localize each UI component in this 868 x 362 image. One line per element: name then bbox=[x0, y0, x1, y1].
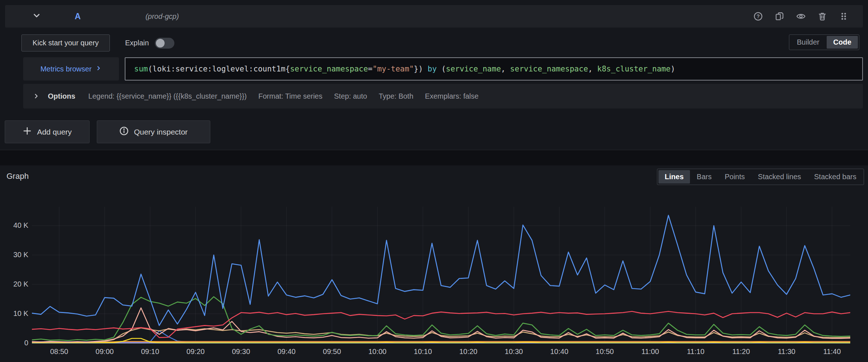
query-row-header[interactable]: A (prod-gcp) ? bbox=[5, 5, 863, 28]
series-tan bbox=[32, 328, 850, 342]
editor-mode-builder[interactable]: Builder bbox=[790, 36, 826, 49]
graph-mode-stacked-lines[interactable]: Stacked lines bbox=[752, 170, 807, 184]
x-tick-label: 09:00 bbox=[96, 347, 114, 356]
svg-text:?: ? bbox=[757, 13, 760, 19]
options-label: Options bbox=[48, 92, 75, 100]
option-summary-item: Legend: {{service_name}} ({{k8s_cluster_… bbox=[88, 92, 247, 100]
options-summary: Legend: {{service_name}} ({{k8s_cluster_… bbox=[88, 92, 479, 100]
graph-mode-stacked-bars[interactable]: Stacked bars bbox=[808, 170, 863, 184]
timeseries-svg[interactable] bbox=[32, 207, 850, 345]
option-summary-item: Step: auto bbox=[334, 92, 367, 100]
query-inspector-label: Query inspector bbox=[134, 128, 187, 136]
y-tick-label: 10 K bbox=[0, 309, 28, 318]
x-axis-labels: 08:5009:0009:1009:2009:3009:4009:5010:00… bbox=[32, 347, 850, 361]
x-tick-label: 10:40 bbox=[550, 347, 568, 356]
collapse-query-button[interactable] bbox=[32, 12, 41, 21]
x-tick-label: 09:50 bbox=[323, 347, 341, 356]
drag-handle-icon[interactable] bbox=[839, 12, 848, 21]
graph-mode-group: LinesBarsPointsStacked linesStacked bars bbox=[657, 169, 864, 185]
metrics-browser-button[interactable]: Metrics browser bbox=[23, 57, 119, 81]
explain-toggle[interactable] bbox=[155, 38, 174, 49]
query-expression: sum(loki:service:loglevel:count1m{servic… bbox=[134, 65, 675, 73]
editor-mode-group: BuilderCode bbox=[789, 34, 859, 50]
eye-icon[interactable] bbox=[796, 12, 806, 21]
plus-icon bbox=[22, 126, 32, 137]
x-tick-label: 10:20 bbox=[459, 347, 478, 356]
series-blue bbox=[32, 215, 850, 326]
panel-title: Graph bbox=[7, 172, 29, 181]
graph-panel: Graph LinesBarsPointsStacked linesStacke… bbox=[0, 165, 868, 362]
kick-start-query-button[interactable]: Kick start your query bbox=[21, 34, 110, 52]
option-summary-item: Format: Time series bbox=[259, 92, 323, 100]
graph-mode-points[interactable]: Points bbox=[719, 170, 751, 184]
chevron-right-icon bbox=[33, 92, 40, 100]
query-ref-id[interactable]: A bbox=[75, 12, 81, 21]
query-inspector-button[interactable]: Query inspector bbox=[97, 120, 210, 143]
section-divider bbox=[0, 150, 868, 150]
y-tick-label: 40 K bbox=[0, 221, 28, 230]
x-tick-label: 09:30 bbox=[232, 347, 250, 356]
timeseries-chart[interactable]: 010 K20 K30 K40 K 08:5009:0009:1009:2009… bbox=[0, 207, 868, 362]
x-tick-label: 10:00 bbox=[368, 347, 387, 356]
explain-label: Explain bbox=[125, 39, 149, 47]
explain-control: Explain bbox=[125, 34, 174, 52]
chevron-down-icon bbox=[32, 11, 41, 22]
y-tick-label: 20 K bbox=[0, 280, 28, 288]
grafana-query-editor: A (prod-gcp) ? Kick start your query Exp… bbox=[0, 0, 868, 362]
option-summary-item: Exemplars: false bbox=[425, 92, 479, 100]
x-tick-label: 08:50 bbox=[50, 347, 68, 356]
query-header-actions: ? bbox=[753, 12, 848, 21]
copy-icon[interactable] bbox=[775, 12, 784, 21]
editor-mode-code[interactable]: Code bbox=[827, 36, 858, 49]
graph-mode-bars[interactable]: Bars bbox=[691, 170, 718, 184]
y-tick-label: 30 K bbox=[0, 251, 28, 259]
x-tick-label: 11:20 bbox=[732, 347, 750, 356]
add-query-label: Add query bbox=[37, 128, 72, 136]
option-summary-item: Type: Both bbox=[379, 92, 413, 100]
x-tick-label: 11:10 bbox=[687, 347, 704, 356]
x-tick-label: 10:10 bbox=[414, 347, 432, 356]
x-tick-label: 11:00 bbox=[641, 347, 659, 356]
x-tick-label: 09:10 bbox=[141, 347, 159, 356]
add-query-button[interactable]: Add query bbox=[5, 120, 90, 143]
series-green bbox=[32, 297, 850, 341]
toggle-knob bbox=[156, 39, 165, 48]
options-collapse-row[interactable]: Options Legend: {{service_name}} ({{k8s_… bbox=[23, 84, 863, 108]
x-tick-label: 11:40 bbox=[823, 347, 841, 356]
x-tick-label: 09:20 bbox=[186, 347, 204, 356]
x-tick-label: 10:50 bbox=[596, 347, 614, 356]
trash-icon[interactable] bbox=[818, 12, 827, 21]
help-icon[interactable]: ? bbox=[753, 12, 763, 21]
query-code-editor[interactable]: sum(loki:service:loglevel:count1m{servic… bbox=[125, 57, 863, 81]
x-tick-label: 09:40 bbox=[277, 347, 295, 356]
metrics-browser-label: Metrics browser bbox=[40, 65, 91, 73]
x-tick-label: 10:30 bbox=[505, 347, 523, 356]
chevron-right-icon bbox=[95, 65, 102, 73]
y-tick-label: 0 bbox=[0, 339, 28, 347]
info-circle-icon bbox=[119, 126, 129, 137]
graph-mode-lines[interactable]: Lines bbox=[658, 170, 690, 184]
datasource-hint: (prod-gcp) bbox=[145, 12, 179, 21]
y-axis-labels: 010 K20 K30 K40 K bbox=[0, 207, 28, 345]
x-tick-label: 11:30 bbox=[778, 347, 795, 356]
